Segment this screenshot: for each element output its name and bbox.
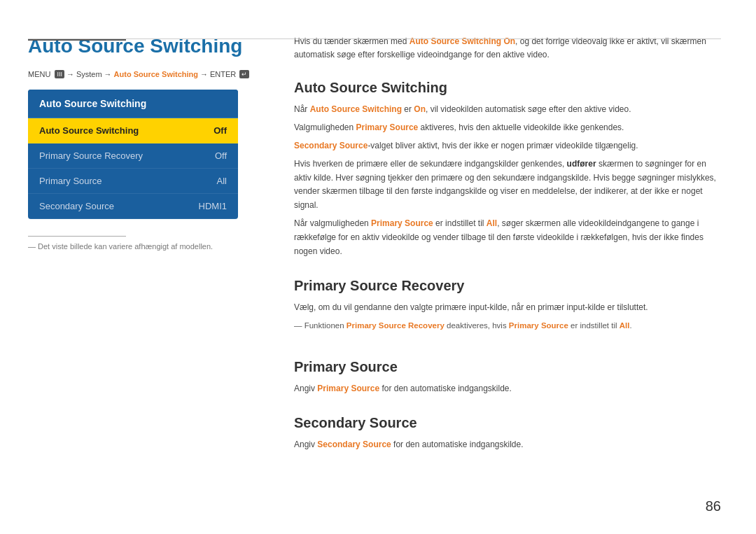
panel-item-value: Off: [215, 150, 227, 161]
left-column: Auto Source Switching MENU III → System …: [28, 28, 266, 506]
section-para-2: Valgmuligheden Primary Source aktiveres,…: [294, 121, 721, 135]
section-para-4: Hvis hverken de primære eller de sekundæ…: [294, 157, 721, 213]
panel-item-secondary-source[interactable]: Secondary Source HDMI1: [28, 194, 238, 219]
section-ss-para-1: Angiv Secondary Source for den automatis…: [294, 438, 721, 452]
section-title-secondary-source: Secondary Source: [294, 415, 721, 431]
panel-item-label: Secondary Source: [39, 201, 114, 211]
section-secondary-source: Secondary Source Angiv Secondary Source …: [294, 412, 721, 456]
top-rule: [28, 38, 721, 39]
ui-panel-title: Auto Source Switching: [28, 90, 238, 118]
panel-item-label: Primary Source: [39, 176, 102, 186]
section-para-5: Når valgmuligheden Primary Source er ind…: [294, 217, 721, 258]
arrow1: →: [66, 70, 74, 78]
section-ps-para-1: Angiv Primary Source for den automatiske…: [294, 382, 721, 396]
ui-panel: Auto Source Switching Auto Source Switch…: [28, 90, 238, 219]
section-psr-note: Funktionen Primary Source Recovery deakt…: [294, 319, 721, 332]
page-number: 86: [706, 498, 721, 514]
panel-item-value: All: [217, 176, 227, 186]
footnote: Det viste billede kan variere afhængigt …: [28, 242, 266, 251]
panel-item-label: Primary Source Recovery: [39, 150, 143, 161]
panel-item-primary-source[interactable]: Primary Source All: [28, 169, 238, 194]
section-para-1: Når Auto Source Switching er On, vil vid…: [294, 103, 721, 117]
section-primary-source: Primary Source Angiv Primary Source for …: [294, 356, 721, 400]
section-title-primary-source-recovery: Primary Source Recovery: [294, 278, 721, 294]
section-primary-source-recovery: Primary Source Recovery Vælg, om du vil …: [294, 275, 721, 343]
enter-label: ENTER: [210, 70, 236, 78]
panel-item-primary-source-recovery[interactable]: Primary Source Recovery Off: [28, 143, 238, 169]
panel-item-auto-source-switching[interactable]: Auto Source Switching Off: [28, 118, 238, 143]
enter-icon: ↵: [239, 70, 249, 78]
arrow3: →: [200, 70, 208, 78]
right-column: Hvis du tænder skærmen med Auto Source S…: [294, 28, 721, 506]
arrow2: →: [104, 70, 112, 78]
panel-item-value: HDMI1: [199, 201, 227, 211]
menu-icon: III: [55, 70, 64, 78]
panel-item-value: Off: [214, 125, 227, 136]
section-psr-para-1: Vælg, om du vil gendanne den valgte prim…: [294, 301, 721, 315]
menu-label: MENU: [28, 70, 50, 78]
section-para-3: Secondary Source-valget bliver aktivt, h…: [294, 139, 721, 153]
auto-source-switching-link: Auto Source Switching: [114, 70, 198, 78]
footnote-line: [28, 236, 126, 237]
section-title-auto-source-switching: Auto Source Switching: [294, 80, 721, 96]
section-auto-source-switching: Auto Source Switching Når Auto Source Sw…: [294, 77, 721, 262]
system-label: System: [76, 70, 102, 78]
section-title-primary-source: Primary Source: [294, 359, 721, 375]
panel-item-label: Auto Source Switching: [39, 125, 139, 136]
menu-path: MENU III → System → Auto Source Switchin…: [28, 70, 266, 78]
